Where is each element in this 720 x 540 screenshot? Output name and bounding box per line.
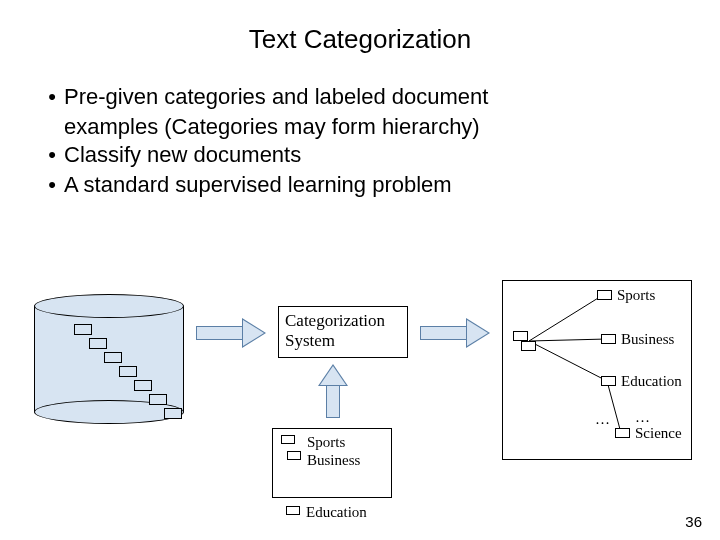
bullet-1-line1: Pre-given categories and labeled documen… (64, 83, 488, 111)
document-icon (601, 376, 616, 386)
database-icon (34, 294, 184, 424)
category-tree-box: Sports Business Education Science … … (502, 280, 692, 460)
document-icon (119, 366, 137, 377)
bullet-dot: • (40, 83, 64, 111)
training-examples-box: Sports Business (272, 428, 392, 498)
document-icon (149, 394, 167, 405)
ellipsis-label: … (595, 411, 610, 428)
bullet-1-line2: examples (Categories may form hierarchy) (64, 113, 720, 141)
svg-line-0 (529, 295, 603, 341)
arrow-up-icon (318, 364, 348, 418)
ellipsis-label: … (635, 409, 650, 426)
document-icon (597, 290, 612, 300)
document-icon (74, 324, 92, 335)
svg-line-2 (529, 341, 607, 381)
page-number: 36 (685, 513, 702, 530)
arrow-right-icon (196, 318, 266, 348)
document-icon (164, 408, 182, 419)
document-icon (601, 334, 616, 344)
bullet-list: • Pre-given categories and labeled docum… (40, 83, 720, 199)
training-sports-label: Sports (307, 433, 391, 451)
document-icon (104, 352, 122, 363)
document-icon (281, 435, 295, 444)
document-icon (513, 331, 528, 341)
bullet-3: A standard supervised learning problem (64, 171, 452, 199)
document-icon (287, 451, 301, 460)
document-icon (134, 380, 152, 391)
bullet-dot: • (40, 171, 64, 199)
system-label-1: Categorization (285, 311, 401, 331)
document-icon (521, 341, 536, 351)
training-education-label: Education (306, 504, 367, 520)
diagram-area: Categorization System Sports Business Ed… (0, 260, 720, 540)
document-icon (615, 428, 630, 438)
document-icon (89, 338, 107, 349)
categorization-system-box: Categorization System (278, 306, 408, 358)
category-sports-label: Sports (617, 287, 655, 304)
bullet-dot: • (40, 141, 64, 169)
category-education-label: Education (621, 373, 682, 390)
category-science-label: Science (635, 425, 682, 442)
document-icon (286, 506, 300, 515)
system-label-2: System (285, 331, 401, 351)
svg-line-1 (529, 339, 607, 341)
arrow-right-icon (420, 318, 490, 348)
training-business-label: Business (307, 451, 391, 469)
training-education-row: Education (306, 504, 367, 521)
bullet-2: Classify new documents (64, 141, 301, 169)
slide-title: Text Categorization (0, 0, 720, 55)
category-business-label: Business (621, 331, 674, 348)
